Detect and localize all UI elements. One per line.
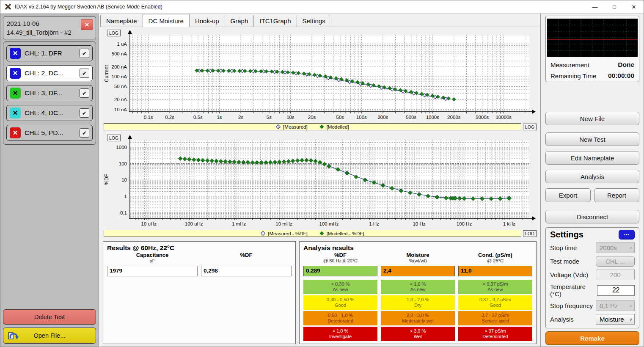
report-button[interactable]: Report — [594, 188, 639, 202]
maximize-button[interactable]: □ — [605, 0, 624, 13]
new-file-button[interactable]: New File — [545, 112, 639, 125]
svg-text:1 Hz: 1 Hz — [369, 221, 379, 226]
svg-text:5s: 5s — [267, 115, 272, 120]
channel-checkbox[interactable]: ✔ — [80, 49, 89, 58]
settings-title: Settings — [550, 230, 583, 240]
channel-checkbox[interactable]: ✔ — [80, 108, 89, 118]
svg-text:0.5s: 0.5s — [193, 115, 203, 120]
tab-content: LOG 0.1s0.2s0.5s1s2s5s10s20s50s100s200s5… — [99, 27, 540, 347]
legend-modelled-label: [Modelled] — [327, 124, 349, 129]
analysis-mode-select[interactable]: Moisture∨ — [596, 314, 635, 325]
main-area: NameplateDC MoistureHook-upGraphITC1Grap… — [99, 14, 541, 347]
svg-text:1s: 1s — [217, 115, 222, 120]
channel-row[interactable]: ✕ CHL: 2, DC... ✔ — [6, 65, 93, 81]
analysis-column-subheader: @ 60 Hz & 20°C — [303, 258, 377, 264]
classification-cell: 1,0 - 2,0 %Dry — [381, 295, 455, 310]
channel-row[interactable]: ✕ CHL: 4, DC... ✔ — [6, 105, 93, 121]
sidebar-spacer — [3, 145, 96, 309]
svg-text:200 nA: 200 nA — [112, 64, 127, 69]
analysis-column-header: Cond. (pS/m) — [458, 252, 532, 258]
close-button[interactable]: ✕ — [624, 0, 644, 13]
analysis-values: 0,2892,411,0 — [303, 265, 532, 276]
test-file-name: 14.49_till_Torbjörn - #2 — [7, 28, 92, 37]
classification-table: < 0,30 %As new < 1,0 %As new < 0,37 pS/m… — [303, 280, 532, 341]
remaining-time-value: 00:00:00 — [608, 72, 634, 80]
channel-label: CHL: 3, DF... — [21, 89, 80, 97]
channel-checkbox[interactable]: ✔ — [80, 88, 89, 98]
channel-row[interactable]: ✕ CHL: 1, DFR ✔ — [6, 45, 93, 61]
tab[interactable]: ITC1Graph — [253, 15, 297, 27]
svg-text:20 nA: 20 nA — [114, 97, 127, 102]
svg-text:500s: 500s — [406, 115, 416, 120]
channel-row[interactable]: ✕ CHL: 3, DF... ✔ — [6, 85, 93, 101]
svg-text:1: 1 — [124, 194, 127, 199]
channel-checkbox[interactable]: ✔ — [80, 69, 89, 78]
analysis-button[interactable]: Analysis — [545, 170, 639, 183]
analysis-column-subheader: %(wt/wt) — [381, 258, 455, 264]
svg-text:0.2s: 0.2s — [165, 115, 174, 120]
channel-row[interactable]: ✕ CHL: 5, PD... ✔ — [6, 125, 93, 141]
voltage-input: 200 — [596, 270, 635, 280]
log-scale-toggle[interactable]: LOG — [107, 135, 121, 141]
svg-text:100 mHz: 100 mHz — [319, 221, 339, 226]
close-test-button[interactable]: ✕ — [81, 19, 93, 30]
dc-current-chart-block: LOG 0.1s0.2s0.5s1s2s5s10s20s50s100s200s5… — [103, 30, 537, 130]
capacitance-unit: pF — [107, 258, 198, 264]
svg-text:50 nA: 50 nA — [114, 84, 127, 89]
channel-x-icon: ✕ — [10, 127, 21, 138]
channel-x-icon: ✕ — [10, 88, 21, 99]
export-button[interactable]: Export — [545, 188, 591, 202]
remake-button[interactable]: Remake — [545, 331, 639, 345]
svg-text:100 uHz: 100 uHz — [185, 221, 203, 226]
svg-text:100s: 100s — [356, 115, 367, 120]
classification-cell: 0,30 - 0,50 %Good — [303, 295, 377, 310]
svg-text:Current: Current — [104, 65, 110, 82]
title-bar: IDAX v5.2.164 by Megger Sweden AB (Servi… — [0, 0, 644, 14]
open-file-button[interactable]: Open File... — [3, 328, 96, 344]
svg-text:100 nA: 100 nA — [112, 74, 127, 79]
df-frequency-chart-block: LOG 10 uHz100 uHz1 mHz10 mHz100 mHz1 Hz1… — [103, 135, 537, 237]
classification-row: 0,50 - 1,0 %Deteriorated 2,0 - 3,0 %Mode… — [303, 311, 532, 325]
classification-cell: < 0,30 %As new — [303, 280, 377, 294]
app-window: IDAX v5.2.164 by Megger Sweden AB (Servi… — [0, 0, 644, 347]
df-frequency-chart: 10 uHz100 uHz1 mHz10 mHz100 mHz1 Hz10 Hz… — [103, 135, 536, 229]
svg-text:100 Hz: 100 Hz — [457, 221, 472, 226]
channel-label: CHL: 1, DFR — [21, 50, 80, 57]
svg-text:1 mHz: 1 mHz — [232, 221, 246, 226]
new-test-button[interactable]: New Test — [545, 132, 639, 146]
classification-row: > 1,0 %Investigate > 3,0 %Wet > 37 pS/mD… — [303, 327, 532, 341]
disconnect-button[interactable]: Disconnect — [545, 210, 639, 223]
log-scale-toggle[interactable]: LOG — [107, 30, 121, 36]
channel-list: ✕ CHL: 1, DFR ✔ ✕ CHL: 2, DC... ✔ ✕ CHL:… — [3, 41, 96, 145]
tab[interactable]: DC Moisture — [143, 14, 190, 27]
temperature-input[interactable]: 22 — [597, 285, 635, 296]
minimize-button[interactable]: — — [585, 0, 605, 13]
tab-bar: NameplateDC MoistureHook-upGraphITC1Grap… — [99, 14, 540, 27]
tab[interactable]: Nameplate — [100, 15, 143, 27]
legend-modelled-df-label: [Modelled - %DF] — [327, 231, 364, 236]
open-file-icon — [8, 331, 19, 341]
log-scale-toggle[interactable]: LOG — [523, 230, 537, 237]
df-header: %DF — [201, 252, 292, 258]
tab[interactable]: Graph — [225, 15, 254, 27]
channel-checkbox[interactable]: ✔ — [80, 128, 89, 138]
svg-text:2s: 2s — [238, 115, 243, 120]
analysis-title: Analysis results — [303, 244, 532, 252]
svg-text:5000s: 5000s — [476, 115, 489, 120]
delete-test-button[interactable]: Delete Test — [3, 309, 96, 325]
settings-more-button[interactable]: ••• — [619, 230, 635, 240]
analysis-column-subheader: @ 25°C — [458, 258, 532, 264]
test-file-panel[interactable]: 2021-10-06 14.49_till_Torbjörn - #2 ✕ — [3, 17, 96, 39]
channel-x-icon: ✕ — [10, 48, 21, 59]
measurement-label: Measurement — [550, 61, 589, 69]
sidebar: 2021-10-06 14.49_till_Torbjörn - #2 ✕ ✕ … — [0, 14, 99, 347]
svg-text:100: 100 — [119, 161, 127, 166]
classification-cell: 0,50 - 1,0 %Deteriorated — [303, 311, 377, 325]
chart-legend: [Measured] [Modelled] — [104, 123, 521, 130]
log-scale-toggle[interactable]: LOG — [523, 124, 537, 130]
test-mode-button: CHL ... — [596, 256, 635, 267]
tab[interactable]: Hook-up — [189, 15, 225, 27]
window-title: IDAX v5.2.164 by Megger Sweden AB (Servi… — [15, 4, 162, 10]
tab[interactable]: Settings — [297, 15, 331, 27]
edit-nameplate-button[interactable]: Edit Nameplate — [545, 151, 639, 165]
